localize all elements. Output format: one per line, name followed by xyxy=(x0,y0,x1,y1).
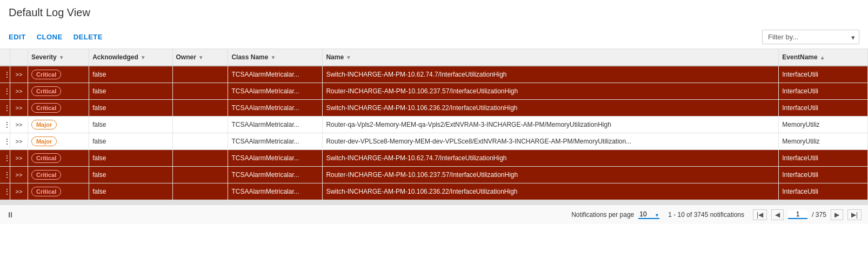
pagination-info: 1 - 10 of 3745 notifications xyxy=(668,211,744,219)
dots-menu-icon[interactable]: ⋮ xyxy=(3,187,10,196)
row-arrows-cell: >> xyxy=(10,117,28,133)
row-severity-cell: Major xyxy=(28,117,89,133)
severity-badge: Critical xyxy=(31,187,61,196)
col-header-dots xyxy=(0,49,10,66)
row-arrows-cell: >> xyxy=(10,133,28,150)
pause-icon[interactable]: ⏸ xyxy=(6,210,14,219)
filter-select[interactable]: Filter by... xyxy=(762,30,859,44)
row-arrows-cell: >> xyxy=(10,183,28,200)
col-header-severity: Severity ▼ xyxy=(28,49,89,66)
row-acknowledged-cell: false xyxy=(89,150,172,167)
row-dots-cell: ⋮ xyxy=(0,66,10,83)
table-row[interactable]: ⋮ >> Critical false TCSAAlarmMetricalar.… xyxy=(0,66,868,83)
row-eventname-cell: InterfaceUtili xyxy=(779,66,868,83)
row-owner-cell xyxy=(172,66,228,83)
name-sort-icon[interactable]: ▼ xyxy=(346,54,351,60)
row-severity-cell: Critical xyxy=(28,83,89,100)
dots-menu-icon[interactable]: ⋮ xyxy=(3,154,10,162)
table-row[interactable]: ⋮ >> Critical false TCSAAlarmMetricalar.… xyxy=(0,167,868,183)
owner-sort-icon[interactable]: ▼ xyxy=(198,54,204,60)
row-dots-cell: ⋮ xyxy=(0,167,10,183)
page-last-button[interactable]: ▶| xyxy=(847,209,862,220)
row-arrows-cell: >> xyxy=(10,167,28,183)
table-row[interactable]: ⋮ >> Major false TCSAAlarmMetricalar... … xyxy=(0,133,868,150)
row-classname-cell: TCSAAlarmMetricalar... xyxy=(228,183,323,200)
page-prev-button[interactable]: ◀ xyxy=(771,209,784,220)
row-name-cell: Switch-INCHARGE-AM-PM-10.106.236.22/Inte… xyxy=(323,183,779,200)
row-severity-cell: Critical xyxy=(28,150,89,167)
severity-badge: Critical xyxy=(31,70,61,79)
footer-left: ⏸ xyxy=(6,210,14,219)
expand-arrows-icon[interactable]: >> xyxy=(16,88,23,94)
row-arrows-cell: >> xyxy=(10,100,28,117)
acknowledged-col-label: Acknowledged xyxy=(92,53,138,61)
severity-badge: Critical xyxy=(31,86,61,96)
eventname-sort-icon[interactable]: ▲ xyxy=(820,54,825,60)
delete-button[interactable]: DELETE xyxy=(74,33,103,41)
row-name-cell: Switch-INCHARGE-AM-PM-10.106.236.22/Inte… xyxy=(323,100,779,117)
row-name-cell: Router-dev-VPLSce8-Memory-MEM-dev-VPLSce… xyxy=(323,133,779,150)
row-owner-cell xyxy=(172,167,228,183)
dots-menu-icon[interactable]: ⋮ xyxy=(3,87,10,95)
row-owner-cell xyxy=(172,100,228,117)
dots-menu-icon[interactable]: ⋮ xyxy=(3,104,10,112)
dots-menu-icon[interactable]: ⋮ xyxy=(3,120,10,129)
row-arrows-cell: >> xyxy=(10,83,28,100)
col-header-acknowledged: Acknowledged ▼ xyxy=(89,49,172,66)
row-owner-cell xyxy=(172,150,228,167)
horizontal-scrollbar[interactable] xyxy=(0,200,868,204)
expand-arrows-icon[interactable]: >> xyxy=(16,172,23,178)
severity-badge: Critical xyxy=(31,153,61,163)
row-acknowledged-cell: false xyxy=(89,117,172,133)
page-number-input[interactable] xyxy=(788,210,807,219)
table-header-row: Severity ▼ Acknowledged ▼ Owner ▼ xyxy=(0,49,868,66)
page-next-button[interactable]: ▶ xyxy=(831,209,843,220)
edit-button[interactable]: EDIT xyxy=(9,33,26,41)
row-acknowledged-cell: false xyxy=(89,133,172,150)
page-first-button[interactable]: |◀ xyxy=(753,209,767,220)
row-arrows-cell: >> xyxy=(10,66,28,83)
col-header-name: Name ▼ xyxy=(323,49,779,66)
expand-arrows-icon[interactable]: >> xyxy=(16,155,23,161)
eventname-col-label: EventName xyxy=(782,53,817,61)
row-eventname-cell: MemoryUtiliz xyxy=(779,117,868,133)
row-acknowledged-cell: false xyxy=(89,66,172,83)
filter-wrapper: Filter by... xyxy=(762,30,859,44)
expand-arrows-icon[interactable]: >> xyxy=(16,188,23,195)
col-header-owner: Owner ▼ xyxy=(172,49,228,66)
dots-menu-icon[interactable]: ⋮ xyxy=(3,170,10,179)
row-acknowledged-cell: false xyxy=(89,83,172,100)
severity-badge: Major xyxy=(31,120,57,129)
dots-menu-icon[interactable]: ⋮ xyxy=(3,70,10,79)
table-row[interactable]: ⋮ >> Critical false TCSAAlarmMetricalar.… xyxy=(0,150,868,167)
row-dots-cell: ⋮ xyxy=(0,100,10,117)
row-eventname-cell: MemoryUtiliz xyxy=(779,133,868,150)
expand-arrows-icon[interactable]: >> xyxy=(16,71,23,78)
row-owner-cell xyxy=(172,133,228,150)
row-eventname-cell: InterfaceUtili xyxy=(779,83,868,100)
owner-col-label: Owner xyxy=(176,53,196,61)
row-dots-cell: ⋮ xyxy=(0,117,10,133)
expand-arrows-icon[interactable]: >> xyxy=(16,138,23,145)
row-severity-cell: Major xyxy=(28,133,89,150)
dots-menu-icon[interactable]: ⋮ xyxy=(3,137,10,146)
expand-arrows-icon[interactable]: >> xyxy=(16,105,23,111)
row-severity-cell: Critical xyxy=(28,167,89,183)
severity-col-label: Severity xyxy=(31,53,57,61)
table-row[interactable]: ⋮ >> Major false TCSAAlarmMetricalar... … xyxy=(0,117,868,133)
table-row[interactable]: ⋮ >> Critical false TCSAAlarmMetricalar.… xyxy=(0,183,868,200)
row-classname-cell: TCSAAlarmMetricalar... xyxy=(228,100,323,117)
row-arrows-cell: >> xyxy=(10,150,28,167)
severity-sort-icon[interactable]: ▼ xyxy=(59,54,64,60)
row-owner-cell xyxy=(172,183,228,200)
acknowledged-sort-icon[interactable]: ▼ xyxy=(141,54,146,60)
row-name-cell: Router-qa-Vpls2-Memory-MEM-qa-Vpls2/ExtN… xyxy=(323,117,779,133)
page-header: Default Log View xyxy=(0,0,868,28)
expand-arrows-icon[interactable]: >> xyxy=(16,121,23,128)
clone-button[interactable]: CLONE xyxy=(37,33,63,41)
classname-sort-icon[interactable]: ▼ xyxy=(270,54,276,60)
name-col-label: Name xyxy=(326,53,344,61)
table-row[interactable]: ⋮ >> Critical false TCSAAlarmMetricalar.… xyxy=(0,100,868,117)
table-row[interactable]: ⋮ >> Critical false TCSAAlarmMetricalar.… xyxy=(0,83,868,100)
per-page-select[interactable]: 10 25 50 100 xyxy=(638,210,659,219)
